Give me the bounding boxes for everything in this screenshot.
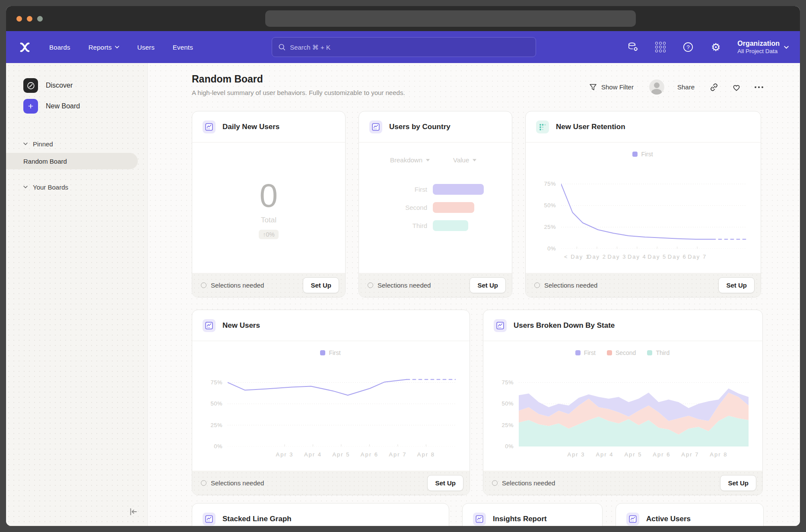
set-up-button[interactable]: Set Up <box>720 475 756 491</box>
favorite-button[interactable] <box>732 83 741 92</box>
status-ring-icon <box>534 282 540 288</box>
x-axis-tick: Apr 8 <box>417 451 435 458</box>
y-axis-tick: 25% <box>536 224 556 230</box>
mixpanel-logo-icon[interactable] <box>18 41 31 54</box>
x-axis-tick: Day 3 <box>607 253 626 260</box>
nav-item-events[interactable]: Events <box>173 44 193 51</box>
status-text: Selections needed <box>201 282 264 289</box>
nav-item-boards[interactable]: Boards <box>49 44 70 51</box>
metric-delta-badge: ↑0% <box>259 230 278 239</box>
x-axis-tick: Day 6 <box>668 253 687 260</box>
card-daily-new-users: Daily New Users 0 Total ↑0% Selections n… <box>192 111 346 298</box>
apps-grid-icon[interactable] <box>654 41 666 53</box>
value-dropdown[interactable]: Value <box>453 156 476 164</box>
bar-first <box>433 184 484 195</box>
nav-item-reports[interactable]: Reports <box>89 44 119 51</box>
status-text: Selections needed <box>368 282 431 289</box>
status-text: Selections needed <box>492 479 555 487</box>
x-axis-tick: Apr 3 <box>567 451 585 458</box>
settings-gear-icon[interactable]: ⚙ <box>710 41 722 53</box>
set-up-button[interactable]: Set Up <box>470 277 506 293</box>
legend-item: Second <box>607 349 636 356</box>
chevron-down-icon <box>23 142 28 145</box>
minimize-window-button[interactable] <box>27 16 32 22</box>
status-ring-icon <box>201 480 206 486</box>
set-up-button[interactable]: Set Up <box>303 277 339 293</box>
caret-down-icon <box>473 159 476 162</box>
close-window-button[interactable] <box>16 16 22 22</box>
nav-item-users[interactable]: Users <box>137 44 155 51</box>
legend-item: First <box>320 349 340 356</box>
chevron-down-icon <box>23 186 28 188</box>
legend-item: Third <box>647 349 670 356</box>
heart-icon <box>732 83 741 92</box>
status-ring-icon <box>492 480 498 486</box>
sidebar-item-new-board[interactable]: + New Board <box>6 98 147 114</box>
chevron-down-icon <box>115 46 119 48</box>
metric-label: Total <box>261 216 276 225</box>
browser-address-bar[interactable] <box>265 10 636 27</box>
new-users-chart: First75%50%25%0%Apr 3Apr 4Apr 5Apr 6Apr … <box>192 341 470 471</box>
bar-second <box>433 202 474 213</box>
discover-compass-icon <box>23 78 38 93</box>
chevron-down-icon <box>784 46 789 49</box>
insights-chart-icon <box>369 120 382 133</box>
legend-item: First <box>632 151 653 158</box>
data-management-icon[interactable] <box>627 41 639 53</box>
sidebar-section-pinned[interactable]: Pinned <box>6 137 147 150</box>
caret-down-icon <box>426 159 430 162</box>
insights-chart-icon <box>203 319 216 332</box>
breakdown-dropdown[interactable]: Breakdown <box>390 156 430 164</box>
legend-item: First <box>575 349 596 356</box>
card-title: New User Retention <box>556 123 625 131</box>
card-footer: Selections needed Set Up <box>483 471 762 495</box>
state-stacked-chart: FirstSecondThird75%50%25%0%Apr 3Apr 4Apr… <box>483 341 762 471</box>
sidebar-item-discover[interactable]: Discover <box>6 78 147 93</box>
status-ring-icon <box>201 282 206 288</box>
x-axis-tick: Apr 7 <box>389 451 406 458</box>
org-scope: All Project Data <box>737 48 780 55</box>
top-navbar: Boards Reports Users Events <box>6 31 800 63</box>
funnel-icon <box>589 84 597 91</box>
sidebar-section-your-boards[interactable]: Your Boards <box>6 180 147 193</box>
set-up-button[interactable]: Set Up <box>427 475 463 491</box>
search-input[interactable] <box>290 44 530 51</box>
card-title: Active Users <box>646 515 691 523</box>
card-new-users: New Users First75%50%25%0%Apr 3Apr 4Apr … <box>192 310 470 495</box>
x-axis-tick: Apr 7 <box>681 451 699 458</box>
status-text: Selections needed <box>201 479 264 487</box>
card-stacked-line-graph: Stacked Line Graph <box>192 503 449 526</box>
bar-row: Second <box>359 202 512 213</box>
page-subtitle: A high-level summary of user behaviors. … <box>192 89 405 96</box>
card-title: Insights Report <box>493 515 547 523</box>
bar-third <box>433 220 468 231</box>
global-search[interactable] <box>272 37 536 57</box>
x-axis-tick: Apr 4 <box>304 451 322 458</box>
set-up-button[interactable]: Set Up <box>718 277 755 293</box>
more-options-button[interactable] <box>754 86 764 89</box>
card-footer: Selections needed Set Up <box>192 471 470 495</box>
x-axis-tick: Day 7 <box>688 253 707 260</box>
window-titlebar <box>6 6 800 31</box>
card-users-by-state: Users Broken Down By State FirstSecondTh… <box>483 310 763 495</box>
x-axis-tick: Apr 3 <box>276 451 293 458</box>
org-project-selector[interactable]: Organization All Project Data <box>737 39 789 55</box>
share-button[interactable]: Share <box>677 83 695 91</box>
avatar[interactable] <box>649 79 664 95</box>
search-icon <box>278 43 286 51</box>
insights-chart-icon <box>494 319 507 332</box>
sidebar-item-random-board[interactable]: Random Board <box>6 153 138 169</box>
copy-link-button[interactable] <box>709 82 719 92</box>
retention-dots-icon <box>536 120 549 133</box>
zoom-window-button[interactable] <box>37 16 43 22</box>
card-footer: Selections needed Set Up <box>526 273 761 297</box>
x-axis-tick: Apr 4 <box>596 451 613 458</box>
card-footer: Selections needed Set Up <box>359 273 512 297</box>
x-axis-tick: Apr 6 <box>361 451 378 458</box>
collapse-sidebar-button[interactable] <box>128 507 138 518</box>
window-controls <box>16 16 43 22</box>
help-icon[interactable]: ? <box>682 41 694 53</box>
browser-window: Boards Reports Users Events <box>6 6 800 526</box>
show-filter-button[interactable]: Show Filter <box>589 83 634 91</box>
insights-chart-icon <box>473 513 486 526</box>
